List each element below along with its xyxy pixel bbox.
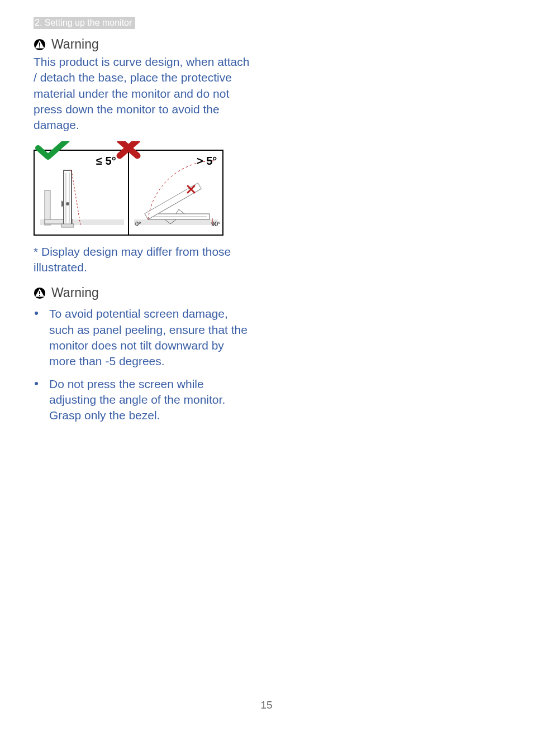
section-header-text: 2. Setting up the monitor: [35, 18, 132, 27]
bullet-text-1: To avoid potential screen damage, such a…: [49, 306, 251, 369]
warning-2-title: Warning: [51, 285, 99, 300]
page: 2. Setting up the monitor Warning This p…: [0, 0, 533, 756]
warning-icon: [34, 287, 46, 299]
diagram-ok-label: ≤ 5°: [96, 155, 116, 167]
warning-2-header: Warning: [34, 285, 251, 300]
warning-1-title: Warning: [51, 37, 99, 52]
svg-rect-8: [64, 170, 72, 225]
warning-1-header: Warning: [34, 37, 251, 52]
illustration-footnote: * Display design may differ from those i…: [34, 244, 251, 276]
svg-rect-25: [39, 295, 40, 296]
list-item: • To avoid potential screen damage, such…: [34, 306, 251, 369]
svg-rect-12: [61, 224, 74, 227]
svg-rect-24: [39, 291, 40, 294]
page-number: 15: [0, 699, 533, 711]
bullet-icon: •: [34, 306, 39, 320]
diagram-ninety-label: 90°: [211, 221, 221, 227]
warning-2-list: • To avoid potential screen damage, such…: [34, 306, 251, 423]
svg-rect-1: [39, 42, 40, 46]
left-column: 2. Setting up the monitor Warning This p…: [34, 17, 251, 424]
warning-1-body: This product is curve design, when attac…: [34, 54, 251, 133]
svg-rect-14: [134, 219, 218, 225]
diagram-zero-label: 0°: [135, 221, 141, 227]
list-item: • Do not press the screen while adjustin…: [34, 376, 251, 424]
tilt-diagram: ≤ 5°: [34, 141, 251, 238]
svg-point-11: [66, 202, 69, 205]
section-header: 2. Setting up the monitor: [34, 17, 135, 29]
warning-icon: [34, 39, 46, 51]
bullet-text-2: Do not press the screen while adjusting …: [49, 376, 251, 424]
svg-rect-2: [39, 46, 40, 47]
diagram-bad-label: > 5°: [197, 155, 217, 167]
bullet-icon: •: [34, 376, 39, 391]
